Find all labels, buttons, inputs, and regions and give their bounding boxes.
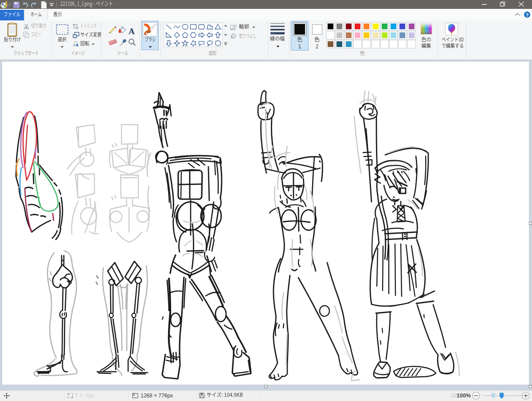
svg-text:?: ?	[526, 12, 529, 18]
